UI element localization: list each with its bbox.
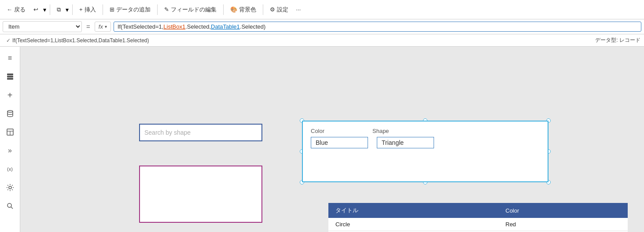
sidebar: ≡ + » (x): [0, 47, 20, 232]
fx-button[interactable]: fx ▾: [95, 22, 111, 32]
copy-dropdown-icon[interactable]: ▾: [66, 6, 69, 13]
formula-part-listbox: ListBox1: [163, 23, 185, 30]
edit-fields-icon: ✎: [164, 6, 169, 13]
fx-icon: fx: [99, 23, 103, 30]
formula-part-mid: .Selected,: [185, 23, 211, 30]
table-header-row: タイトル Color: [328, 203, 628, 218]
main-container: ≡ + » (x): [0, 47, 644, 232]
svg-point-7: [9, 186, 11, 189]
settings-label: 設定: [277, 6, 288, 14]
insert-icon: +: [79, 6, 83, 13]
insert-label: 挿入: [85, 6, 96, 14]
edit-fields-label: フィールドの編集: [171, 6, 217, 14]
undo-button[interactable]: ↩: [30, 4, 41, 15]
sidebar-icon-menu[interactable]: ≡: [2, 50, 18, 66]
more-label: ···: [296, 6, 301, 13]
sidebar-icon-add[interactable]: +: [2, 87, 18, 103]
search-box[interactable]: Search by shape: [139, 124, 262, 141]
sidebar-icon-arrows[interactable]: »: [2, 143, 18, 158]
table-row[interactable]: Circle Red: [328, 218, 628, 231]
shape-value[interactable]: Triangle: [377, 137, 434, 148]
suggestion-item[interactable]: ✓ If(TextSelected=1,ListBox1.Selected,Da…: [4, 37, 152, 44]
list-box[interactable]: [139, 166, 262, 223]
separator1: [50, 4, 50, 15]
col-title-header: タイトル: [328, 203, 498, 218]
color-value[interactable]: Blue: [311, 137, 368, 148]
back-icon: ←: [7, 6, 12, 13]
sidebar-icon-table[interactable]: [2, 124, 18, 140]
formula-part-datatable: DataTable1: [211, 23, 240, 30]
background-label: 背景色: [239, 6, 256, 14]
back-label: 戻る: [14, 6, 26, 14]
formula-input[interactable]: If(TextSelected=1,ListBox1.Selected,Data…: [114, 22, 641, 32]
data-type-label: データ型: レコード: [595, 37, 640, 44]
sidebar-icon-layers[interactable]: [2, 69, 18, 85]
insert-button[interactable]: + 挿入: [76, 4, 99, 15]
fx-dropdown-icon: ▾: [105, 24, 107, 29]
data-card-wrapper: Color Shape Blue Triangle: [302, 121, 548, 182]
svg-rect-1: [7, 76, 13, 77]
formula-part-suffix: .Selected): [240, 23, 266, 30]
data-table: タイトル Color Circle Red Rectangle Brown Tr…: [328, 203, 628, 232]
svg-rect-0: [7, 74, 13, 75]
data-card[interactable]: Color Shape Blue Triangle: [302, 121, 548, 182]
checkmark-icon: ✓: [6, 37, 11, 44]
back-button[interactable]: ← 戻る: [4, 4, 29, 15]
suggestion-bar: ✓ If(TextSelected=1,ListBox1.Selected,Da…: [0, 34, 644, 47]
settings-button[interactable]: ⚙ 設定: [267, 4, 291, 15]
equals-sign: =: [85, 23, 92, 30]
sidebar-icon-search[interactable]: [2, 198, 18, 214]
row1-color: Red: [498, 218, 628, 231]
separator6: [263, 4, 263, 15]
add-data-label: データの追加: [116, 6, 151, 14]
sidebar-icon-settings2[interactable]: [2, 180, 18, 195]
copy-icon: ⧉: [57, 6, 61, 13]
background-button[interactable]: 🎨 背景色: [227, 4, 259, 15]
suggestion-text: If(TextSelected=1,ListBox1.Selected,Data…: [12, 37, 149, 44]
add-data-icon: ⊞: [110, 6, 114, 13]
copy-button[interactable]: ⧉: [54, 4, 64, 15]
property-select[interactable]: Item: [3, 21, 82, 32]
toolbar: ← 戻る ↩ ▾ ⧉ ▾ + 挿入 ⊞ データの追加 ✎ フィールドの編集 🎨 …: [0, 0, 644, 19]
edit-fields-button[interactable]: ✎ フィールドの編集: [161, 4, 220, 15]
add-data-button[interactable]: ⊞ データの追加: [107, 4, 154, 15]
undo-icon: ↩: [33, 6, 38, 13]
separator3: [103, 4, 103, 15]
shape-header: Shape: [372, 128, 425, 134]
color-header: Color: [311, 128, 364, 134]
more-button[interactable]: ···: [293, 4, 304, 15]
separator5: [223, 4, 224, 15]
search-placeholder: Search by shape: [144, 129, 191, 136]
svg-point-3: [7, 110, 13, 112]
formula-bar: Item = fx ▾ If(TextSelected=1,ListBox1.S…: [0, 19, 644, 34]
data-card-values: Blue Triangle: [311, 137, 540, 148]
svg-rect-2: [7, 78, 13, 80]
background-icon: 🎨: [230, 6, 237, 13]
separator2: [72, 4, 73, 15]
sidebar-icon-database[interactable]: [2, 106, 18, 122]
undo-dropdown-icon[interactable]: ▾: [43, 6, 46, 13]
svg-point-8: [7, 203, 11, 207]
data-card-headers: Color Shape: [311, 128, 540, 134]
canvas-area: Search by shape Color Shape Blue Tr: [20, 47, 644, 232]
data-table-container: タイトル Color Circle Red Rectangle Brown Tr…: [328, 203, 628, 232]
gear-icon: ⚙: [270, 6, 275, 13]
formula-part-if: If(TextSelected=1,: [118, 23, 163, 30]
col-color-header: Color: [498, 203, 628, 218]
separator4: [157, 4, 158, 15]
sidebar-icon-variable[interactable]: (x): [2, 161, 18, 177]
svg-line-9: [11, 207, 13, 209]
row1-title: Circle: [328, 218, 498, 231]
